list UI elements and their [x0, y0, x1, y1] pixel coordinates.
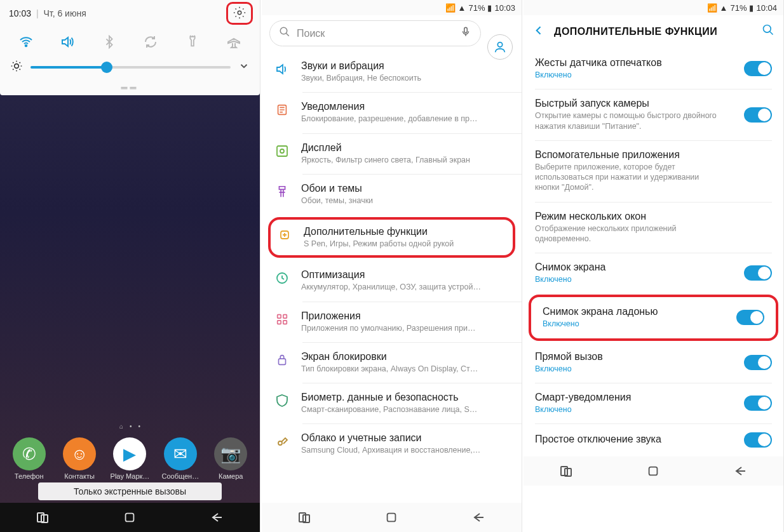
dock-app-camera[interactable]: 📷Камера: [208, 437, 253, 480]
bluetooth-icon[interactable]: [100, 33, 118, 51]
home-button[interactable]: [377, 508, 406, 527]
gear-icon[interactable]: [233, 6, 247, 22]
settings-row-title: Дисплей: [301, 142, 470, 154]
settings-row-bio[interactable]: Биометр. данные и безопасностьСмарт-скан…: [262, 383, 522, 423]
settings-row-apps[interactable]: ПриложенияПриложения по умолчанию, Разре…: [262, 302, 522, 342]
feature-title: Смарт-уведомления: [535, 392, 735, 403]
separator: |: [36, 8, 39, 18]
settings-row-text: Экран блокировкиТип блокировки экрана, A…: [301, 351, 478, 374]
dock-app-play[interactable]: ▶Play Марк…: [107, 437, 152, 480]
toggle-switch[interactable]: [744, 396, 772, 411]
toggle-switch[interactable]: [736, 310, 764, 325]
settings-list[interactable]: Звуки и вибрацияЗвуки, Вибрация, Не бесп…: [262, 51, 522, 503]
back-button[interactable]: [202, 508, 231, 527]
feature-subtitle: Включено: [535, 70, 726, 80]
dock-app-messages[interactable]: ✉Сообщен…: [158, 437, 203, 480]
back-button[interactable]: [726, 462, 755, 481]
settings-row-notif[interactable]: УведомленияБлокирование, разрешение, доб…: [262, 92, 522, 133]
feature-title: Снимок экрана ладонью: [543, 306, 727, 317]
themes-icon: [273, 183, 291, 201]
phone-panel-advanced-features: 📶 ▲ 71% ▮ 10:04 ДОПОЛНИТЕЛЬНЫЕ ФУНКЦИИ Ж…: [524, 0, 784, 532]
shade-clock-date: 10:03 | Чт, 6 июня: [9, 8, 86, 18]
feature-title: Быстрый запуск камеры: [535, 98, 735, 109]
feature-row[interactable]: Прямой вызовВключено: [524, 342, 783, 383]
back-button[interactable]: [464, 508, 493, 527]
shade-header: 10:03 | Чт, 6 июня: [0, 0, 260, 27]
page-header: ДОПОЛНИТЕЛЬНЫЕ ФУНКЦИИ: [524, 15, 783, 48]
settings-row-subtitle: Приложения по умолчанию, Разрешения при…: [301, 323, 476, 333]
settings-row-title: Оптимизация: [301, 269, 481, 281]
feature-row[interactable]: Жесты датчика отпечатковВключено: [524, 48, 783, 89]
wifi-icon[interactable]: [17, 33, 35, 51]
navigation-bar: [524, 456, 783, 486]
feature-title: Простое отключение звука: [535, 434, 735, 445]
feature-row[interactable]: Режим нескольких оконОтображение несколь…: [524, 202, 783, 253]
search-input[interactable]: Поиск: [269, 20, 481, 46]
notification-shade: 10:03 | Чт, 6 июня: [0, 0, 260, 95]
feature-row[interactable]: Снимок экранаВключено: [524, 253, 783, 293]
quick-settings-row: [0, 27, 260, 60]
feature-row[interactable]: Простое отключение звука: [524, 423, 783, 456]
feature-row[interactable]: Вспомогательные приложенияВыберите прило…: [524, 140, 783, 202]
settings-row-lock[interactable]: Экран блокировкиТип блокировки экрана, A…: [262, 342, 522, 383]
dock-app-label: Play Марк…: [111, 472, 150, 480]
chevron-down-icon[interactable]: [238, 60, 250, 74]
settings-row-subtitle: Обои, темы, значки: [301, 196, 373, 206]
feature-title: Вспомогательные приложения: [535, 149, 772, 161]
svg-point-1: [25, 45, 27, 47]
navigation-bar: [262, 503, 522, 532]
feature-text: Жесты датчика отпечатковВключено: [535, 57, 735, 80]
settings-row-text: Звуки и вибрацияЗвуки, Вибрация, Не бесп…: [301, 60, 421, 83]
recents-button[interactable]: [29, 508, 58, 527]
dock-app-label: Сообщен…: [162, 472, 199, 480]
back-chevron-icon[interactable]: [532, 23, 545, 41]
home-button[interactable]: [639, 462, 668, 481]
toggle-switch[interactable]: [744, 265, 772, 281]
svg-point-8: [497, 43, 502, 47]
feature-row[interactable]: Быстрый запуск камерыОткрытие камеры с п…: [524, 89, 783, 140]
feature-subtitle: Выберите приложение, которое будет испол…: [535, 162, 726, 193]
feature-row[interactable]: Снимок экрана ладоньюВключено: [529, 295, 778, 340]
status-bar: 📶 ▲ 71% ▮ 10:04: [524, 0, 783, 15]
dock-app-phone[interactable]: ✆Телефон: [6, 437, 52, 480]
settings-row-cloud[interactable]: Облако и учетные записиSamsung Cloud, Ар…: [262, 423, 522, 464]
recents-button[interactable]: [552, 462, 581, 481]
feature-title: Прямой вызов: [535, 351, 735, 362]
status-bar: 📶 ▲ 71% ▮ 10:03: [262, 0, 522, 15]
advanced-features-list[interactable]: Жесты датчика отпечатковВключеноБыстрый …: [524, 48, 783, 456]
settings-row-opt[interactable]: ОптимизацияАккумулятор, Хранилище, ОЗУ, …: [262, 260, 522, 301]
toggle-switch[interactable]: [744, 61, 772, 76]
airplane-icon[interactable]: [225, 33, 243, 51]
svg-rect-14: [278, 314, 281, 318]
home-button[interactable]: [115, 508, 144, 527]
feature-subtitle: Открытие камеры с помощью быстрого двойн…: [535, 110, 726, 131]
settings-row-text: Облако и учетные записиSamsung Cloud, Ар…: [301, 432, 480, 455]
lock-icon: [273, 351, 291, 369]
status-time: 10:04: [756, 3, 777, 13]
brightness-slider[interactable]: [30, 66, 231, 69]
settings-row-sound[interactable]: Звуки и вибрацияЗвуки, Вибрация, Не бесп…: [262, 51, 522, 92]
toggle-switch[interactable]: [744, 107, 772, 123]
rotate-icon[interactable]: [142, 33, 159, 51]
toggle-switch[interactable]: [744, 432, 772, 448]
svg-rect-10: [277, 146, 287, 156]
settings-row-adv[interactable]: Дополнительные функцииS Pen, Игры, Режим…: [268, 217, 515, 258]
camera-icon: 📷: [214, 437, 247, 470]
settings-row-title: Биометр. данные и безопасность: [301, 392, 477, 403]
dock-app-contacts[interactable]: ☺Контакты: [57, 437, 102, 480]
settings-row-subtitle: Смарт-сканирование, Распознавание лица, …: [301, 404, 477, 415]
settings-row-subtitle: Звуки, Вибрация, Не беспокоить: [301, 73, 421, 83]
mic-icon[interactable]: [460, 26, 471, 41]
search-icon[interactable]: [762, 23, 774, 40]
settings-row-display[interactable]: ДисплейЯркость, Фильтр синего света, Гла…: [262, 133, 522, 174]
shade-handle-icon[interactable]: ══: [0, 83, 260, 95]
settings-row-title: Облако и учетные записи: [301, 432, 480, 444]
flashlight-icon[interactable]: [184, 33, 201, 51]
recents-button[interactable]: [290, 508, 320, 527]
settings-row-themes[interactable]: Обои и темыОбои, темы, значки: [262, 174, 522, 215]
sound-icon[interactable]: [58, 33, 76, 51]
feature-row[interactable]: Смарт-уведомленияВключено: [524, 383, 783, 423]
feature-subtitle: Включено: [535, 404, 726, 415]
svg-point-0: [238, 11, 241, 15]
toggle-switch[interactable]: [744, 355, 772, 370]
